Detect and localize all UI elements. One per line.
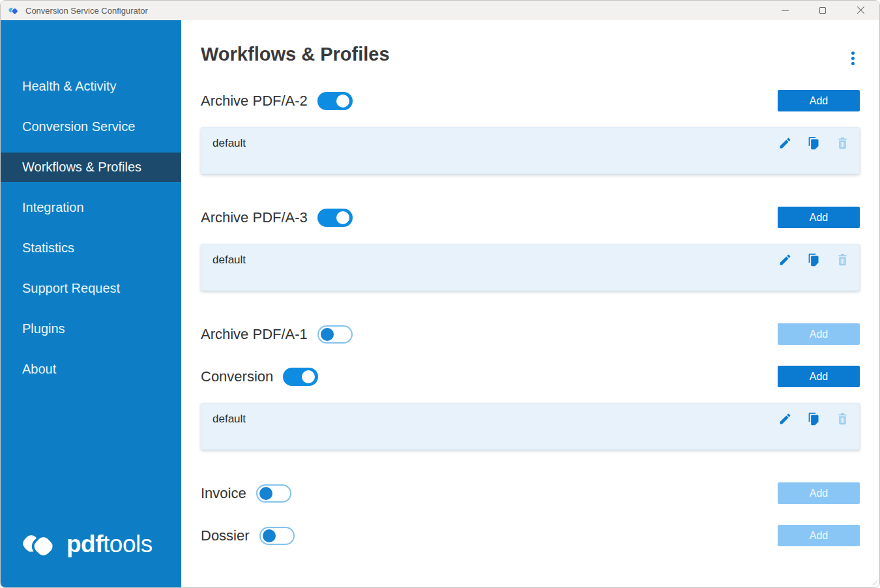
brand-text: pdftools bbox=[66, 531, 153, 558]
profile-actions bbox=[778, 412, 849, 426]
add-profile-button[interactable]: Add bbox=[778, 207, 860, 228]
toggle-knob bbox=[336, 95, 349, 108]
workflow-section-dossier: Dossier Add bbox=[201, 525, 860, 546]
copy-profile-button[interactable] bbox=[807, 136, 821, 150]
workflow-name: Invoice bbox=[201, 485, 246, 502]
delete-profile-button[interactable] bbox=[836, 136, 849, 150]
workflow-name: Archive PDF/A-3 bbox=[201, 209, 308, 226]
workflow-toggle[interactable] bbox=[317, 325, 353, 344]
copy-icon bbox=[807, 412, 821, 426]
workflow-name: Dossier bbox=[201, 527, 250, 544]
main-content: Workflows & Profiles Archive PDF/A-2 Add… bbox=[181, 20, 879, 587]
toggle-knob bbox=[336, 211, 349, 224]
edit-profile-button[interactable] bbox=[778, 136, 792, 150]
workflow-header: Invoice Add bbox=[201, 482, 860, 504]
trash-icon bbox=[836, 412, 849, 426]
close-icon bbox=[857, 7, 864, 14]
sidebar-item-workflows-profiles[interactable]: Workflows & Profiles bbox=[1, 153, 181, 182]
profile-row: default bbox=[213, 253, 849, 267]
profile-row: default bbox=[213, 136, 849, 150]
workflow-toggle[interactable] bbox=[259, 527, 295, 545]
sidebar-item-health-activity[interactable]: Health & Activity bbox=[1, 72, 181, 101]
workflow-header: Dossier Add bbox=[201, 525, 860, 546]
workflow-section-pdfa2: Archive PDF/A-2 Add default bbox=[201, 90, 860, 174]
sidebar-nav: Health & Activity Conversion Service Wor… bbox=[1, 72, 181, 384]
workflow-toggle[interactable] bbox=[283, 368, 318, 386]
overflow-menu-button[interactable] bbox=[849, 49, 857, 68]
profile-panel: default bbox=[201, 244, 860, 291]
maximize-button[interactable] bbox=[804, 1, 842, 20]
add-profile-button[interactable]: Add bbox=[778, 525, 860, 546]
pdftools-logo-icon bbox=[20, 525, 59, 564]
add-profile-button[interactable]: Add bbox=[778, 482, 860, 504]
profile-actions bbox=[778, 253, 849, 267]
profile-panel: default bbox=[201, 403, 860, 450]
profile-name: default bbox=[213, 413, 246, 426]
copy-icon bbox=[807, 253, 821, 267]
delete-profile-button[interactable] bbox=[836, 412, 849, 426]
app-body: Health & Activity Conversion Service Wor… bbox=[1, 20, 879, 587]
brand-text-bold: pdf bbox=[66, 531, 103, 557]
delete-profile-button[interactable] bbox=[836, 253, 849, 267]
main-header: Workflows & Profiles bbox=[201, 44, 860, 68]
maximize-icon bbox=[819, 7, 826, 14]
pencil-icon bbox=[778, 136, 792, 150]
workflow-name: Archive PDF/A-2 bbox=[201, 93, 308, 110]
toggle-knob bbox=[263, 529, 276, 542]
pdftools-logo: pdftools bbox=[20, 525, 153, 564]
profile-panel: default bbox=[201, 127, 860, 174]
workflow-section-pdfa3: Archive PDF/A-3 Add default bbox=[201, 207, 860, 291]
page-title: Workflows & Profiles bbox=[201, 44, 390, 65]
edit-profile-button[interactable] bbox=[778, 412, 792, 426]
workflow-name: Archive PDF/A-1 bbox=[201, 326, 308, 343]
workflow-header: Archive PDF/A-3 Add bbox=[201, 207, 860, 228]
kebab-menu-icon bbox=[851, 51, 855, 55]
brand-text-regular: tools bbox=[103, 531, 153, 557]
pencil-icon bbox=[778, 253, 792, 267]
profile-name: default bbox=[213, 137, 246, 150]
workflow-toggle[interactable] bbox=[317, 92, 353, 110]
workflow-name: Conversion bbox=[201, 368, 273, 385]
sidebar-item-plugins[interactable]: Plugins bbox=[1, 314, 181, 344]
sidebar-item-conversion-service[interactable]: Conversion Service bbox=[1, 112, 181, 141]
copy-icon bbox=[807, 136, 821, 150]
workflow-header: Conversion Add bbox=[201, 366, 860, 387]
sidebar-item-statistics[interactable]: Statistics bbox=[1, 233, 181, 263]
window-title: Conversion Service Configurator bbox=[25, 6, 148, 16]
add-profile-button[interactable]: Add bbox=[778, 323, 860, 345]
workflow-toggle[interactable] bbox=[256, 484, 291, 503]
sidebar-item-integration[interactable]: Integration bbox=[1, 193, 181, 222]
close-button[interactable] bbox=[842, 1, 879, 20]
app-logo-icon bbox=[8, 5, 20, 16]
add-profile-button[interactable]: Add bbox=[778, 90, 860, 111]
profile-name: default bbox=[213, 254, 246, 267]
resize-grip[interactable] bbox=[871, 579, 877, 585]
profile-row: default bbox=[213, 412, 849, 426]
toggle-knob bbox=[302, 370, 315, 383]
copy-profile-button[interactable] bbox=[807, 412, 821, 426]
titlebar: Conversion Service Configurator bbox=[1, 1, 879, 20]
workflow-toggle[interactable] bbox=[317, 209, 353, 227]
workflow-header: Archive PDF/A-1 Add bbox=[201, 323, 860, 345]
sidebar: Health & Activity Conversion Service Wor… bbox=[1, 20, 181, 587]
pencil-icon bbox=[778, 412, 792, 426]
profile-actions bbox=[778, 136, 849, 150]
workflow-section-pdfa1: Archive PDF/A-1 Add bbox=[201, 323, 860, 345]
copy-profile-button[interactable] bbox=[807, 253, 821, 267]
app-window: Conversion Service Configurator Health &… bbox=[0, 0, 880, 588]
window-controls bbox=[766, 1, 879, 20]
edit-profile-button[interactable] bbox=[778, 253, 792, 267]
workflow-section-conversion: Conversion Add default bbox=[201, 366, 860, 450]
add-profile-button[interactable]: Add bbox=[778, 366, 860, 387]
minimize-button[interactable] bbox=[766, 1, 804, 20]
minimize-icon bbox=[782, 10, 789, 11]
sidebar-item-support-request[interactable]: Support Request bbox=[1, 274, 181, 303]
workflow-header: Archive PDF/A-2 Add bbox=[201, 90, 860, 111]
trash-icon bbox=[836, 253, 849, 267]
toggle-knob bbox=[321, 328, 334, 341]
sidebar-item-about[interactable]: About bbox=[1, 355, 181, 384]
trash-icon bbox=[836, 136, 849, 150]
toggle-knob bbox=[259, 487, 272, 500]
workflow-section-invoice: Invoice Add bbox=[201, 482, 860, 504]
